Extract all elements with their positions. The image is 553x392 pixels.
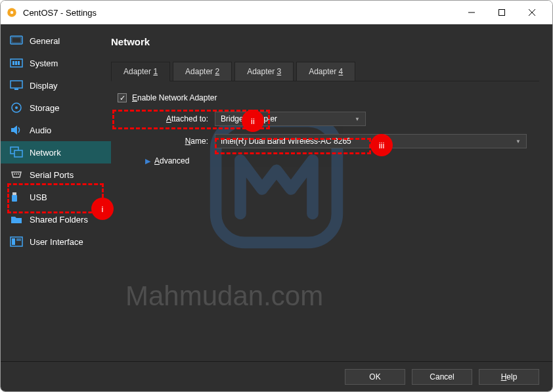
svg-point-1	[11, 11, 14, 14]
minimize-button[interactable]	[456, 2, 487, 23]
sidebar-item-general[interactable]: General	[1, 30, 111, 52]
tab-adapter-1[interactable]: Adapter 1	[111, 62, 170, 81]
content-area: Mahmudan.com General System Display Stor…	[1, 24, 552, 391]
app-gear-icon	[6, 7, 18, 18]
shared-folders-icon	[10, 213, 23, 225]
sidebar-item-display[interactable]: Display	[1, 74, 111, 97]
sidebar-item-label: System	[30, 58, 58, 68]
triangle-right-icon: ▶	[145, 157, 150, 165]
svg-point-20	[16, 173, 17, 175]
adapter-panel: ✓ Enable Network Adapter Attached to: Br…	[111, 81, 539, 172]
sidebar-item-audio[interactable]: Audio	[1, 119, 111, 141]
button-bar: OK Cancel Help	[1, 361, 552, 391]
system-icon	[10, 57, 23, 69]
network-icon	[10, 146, 23, 158]
maximize-button[interactable]	[487, 2, 517, 23]
sidebar-item-label: USB	[30, 192, 47, 202]
advanced-label: Advanced	[154, 156, 189, 165]
sidebar-item-label: General	[30, 36, 60, 46]
usb-icon	[10, 191, 23, 203]
window-title: CentOS7 - Settings	[23, 8, 456, 18]
sidebar-item-label: Network	[30, 148, 61, 158]
audio-icon	[10, 124, 23, 136]
sidebar-item-label: Serial Ports	[30, 170, 74, 180]
display-icon	[10, 79, 23, 91]
attached-to-dropdown[interactable]: Bridged Adapter ▼	[215, 112, 366, 126]
tab-adapter-4[interactable]: Adapter 4	[296, 62, 355, 81]
main-panel: Network Adapter 1 Adapter 2 Adapter 3 Ad…	[111, 24, 552, 391]
sidebar-item-system[interactable]: System	[1, 52, 111, 74]
sidebar: General System Display Storage Audio Net…	[1, 24, 111, 391]
svg-rect-22	[12, 192, 16, 195]
sidebar-item-label: Display	[30, 81, 58, 91]
svg-rect-10	[12, 61, 14, 65]
serial-ports-icon	[10, 169, 23, 181]
window-controls	[456, 2, 547, 23]
page-title: Network	[111, 36, 539, 47]
name-value: Intel(R) Dual Band Wireless-AC 8265	[221, 137, 351, 146]
tab-adapter-2[interactable]: Adapter 2	[173, 62, 232, 81]
name-dropdown[interactable]: Intel(R) Dual Band Wireless-AC 8265 ▼	[215, 134, 527, 148]
sidebar-item-label: Storage	[30, 103, 60, 113]
help-button[interactable]: Help	[479, 369, 539, 385]
sidebar-item-label: User Interface	[30, 237, 83, 247]
svg-rect-23	[12, 195, 17, 202]
attached-to-value: Bridged Adapter	[221, 114, 277, 123]
ok-button[interactable]: OK	[345, 369, 405, 385]
svg-rect-3	[499, 10, 505, 16]
svg-rect-26	[16, 238, 21, 241]
cancel-button[interactable]: Cancel	[412, 369, 472, 385]
user-interface-icon	[10, 236, 23, 248]
svg-rect-18	[14, 150, 22, 157]
close-button[interactable]	[517, 2, 547, 23]
general-icon	[10, 35, 23, 47]
titlebar: CentOS7 - Settings	[1, 1, 552, 24]
enable-adapter-checkbox[interactable]: ✓	[118, 93, 127, 102]
name-label: Name:	[118, 137, 215, 146]
svg-rect-25	[12, 238, 15, 245]
svg-rect-12	[18, 61, 20, 65]
sidebar-item-label: Audio	[30, 125, 51, 135]
name-row: Name: Intel(R) Dual Band Wireless-AC 826…	[118, 134, 533, 148]
svg-rect-11	[15, 61, 17, 65]
sidebar-item-shared-folders[interactable]: Shared Folders	[1, 208, 111, 230]
sidebar-item-user-interface[interactable]: User Interface	[1, 230, 111, 253]
sidebar-item-network[interactable]: Network	[1, 141, 111, 163]
sidebar-item-label: Shared Folders	[30, 215, 88, 225]
storage-icon	[10, 102, 23, 114]
svg-rect-14	[14, 89, 18, 90]
attached-to-row: Attached to: Bridged Adapter ▼	[118, 112, 533, 126]
svg-point-16	[15, 106, 18, 109]
attached-to-label: Attached to:	[118, 114, 215, 123]
adapter-tabs: Adapter 1 Adapter 2 Adapter 3 Adapter 4	[111, 62, 539, 81]
svg-rect-8	[12, 37, 21, 43]
chevron-down-icon: ▼	[516, 139, 521, 144]
chevron-down-icon: ▼	[355, 116, 360, 122]
enable-adapter-label: Enable Network Adapter	[132, 93, 217, 102]
advanced-expander[interactable]: ▶ Advanced	[145, 156, 533, 165]
sidebar-item-serial-ports[interactable]: Serial Ports	[1, 163, 111, 186]
sidebar-item-usb[interactable]: USB	[1, 186, 111, 208]
enable-adapter-row: ✓ Enable Network Adapter	[118, 93, 533, 102]
settings-window: CentOS7 - Settings Mahmudan.com General …	[0, 0, 553, 392]
tab-adapter-3[interactable]: Adapter 3	[234, 62, 294, 81]
svg-point-19	[14, 173, 15, 175]
svg-rect-13	[11, 81, 22, 88]
sidebar-item-storage[interactable]: Storage	[1, 97, 111, 119]
svg-point-21	[18, 173, 19, 175]
